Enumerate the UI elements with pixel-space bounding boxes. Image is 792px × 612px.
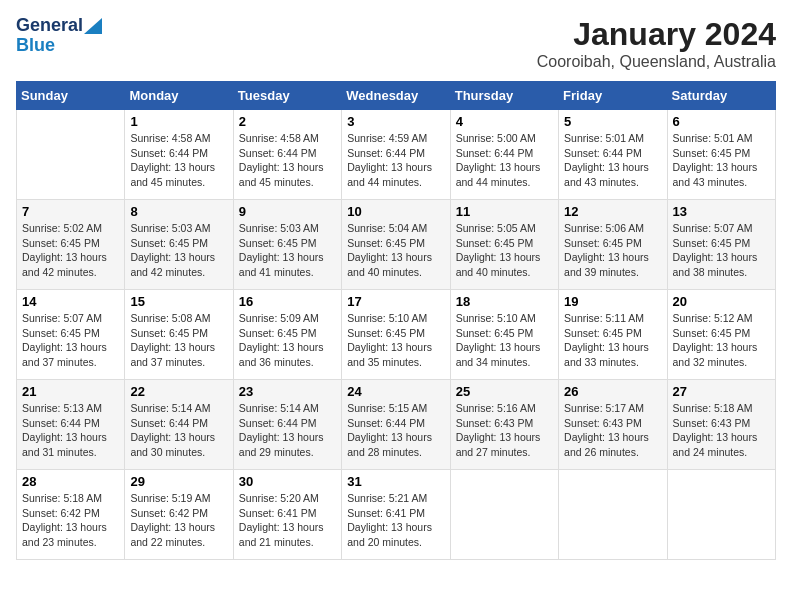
calendar-cell: 21Sunrise: 5:13 AM Sunset: 6:44 PM Dayli… xyxy=(17,380,125,470)
calendar-cell: 19Sunrise: 5:11 AM Sunset: 6:45 PM Dayli… xyxy=(559,290,667,380)
day-number: 15 xyxy=(130,294,227,309)
calendar-cell: 8Sunrise: 5:03 AM Sunset: 6:45 PM Daylig… xyxy=(125,200,233,290)
day-number: 4 xyxy=(456,114,553,129)
col-header-thursday: Thursday xyxy=(450,82,558,110)
day-number: 11 xyxy=(456,204,553,219)
page-title: January 2024 xyxy=(537,16,776,53)
day-info: Sunrise: 5:21 AM Sunset: 6:41 PM Dayligh… xyxy=(347,491,444,550)
day-info: Sunrise: 5:14 AM Sunset: 6:44 PM Dayligh… xyxy=(239,401,336,460)
day-info: Sunrise: 4:58 AM Sunset: 6:44 PM Dayligh… xyxy=(239,131,336,190)
calendar-cell: 7Sunrise: 5:02 AM Sunset: 6:45 PM Daylig… xyxy=(17,200,125,290)
day-info: Sunrise: 5:18 AM Sunset: 6:42 PM Dayligh… xyxy=(22,491,119,550)
day-number: 30 xyxy=(239,474,336,489)
week-row-1: 1Sunrise: 4:58 AM Sunset: 6:44 PM Daylig… xyxy=(17,110,776,200)
day-info: Sunrise: 5:20 AM Sunset: 6:41 PM Dayligh… xyxy=(239,491,336,550)
calendar-table: SundayMondayTuesdayWednesdayThursdayFrid… xyxy=(16,81,776,560)
day-number: 13 xyxy=(673,204,770,219)
day-number: 14 xyxy=(22,294,119,309)
calendar-cell: 4Sunrise: 5:00 AM Sunset: 6:44 PM Daylig… xyxy=(450,110,558,200)
calendar-cell: 22Sunrise: 5:14 AM Sunset: 6:44 PM Dayli… xyxy=(125,380,233,470)
day-info: Sunrise: 5:08 AM Sunset: 6:45 PM Dayligh… xyxy=(130,311,227,370)
calendar-cell: 18Sunrise: 5:10 AM Sunset: 6:45 PM Dayli… xyxy=(450,290,558,380)
day-number: 29 xyxy=(130,474,227,489)
day-number: 22 xyxy=(130,384,227,399)
day-number: 8 xyxy=(130,204,227,219)
calendar-cell: 30Sunrise: 5:20 AM Sunset: 6:41 PM Dayli… xyxy=(233,470,341,560)
day-number: 3 xyxy=(347,114,444,129)
calendar-cell: 24Sunrise: 5:15 AM Sunset: 6:44 PM Dayli… xyxy=(342,380,450,470)
logo-blue: Blue xyxy=(16,36,102,56)
calendar-cell: 27Sunrise: 5:18 AM Sunset: 6:43 PM Dayli… xyxy=(667,380,775,470)
day-info: Sunrise: 5:01 AM Sunset: 6:44 PM Dayligh… xyxy=(564,131,661,190)
week-row-5: 28Sunrise: 5:18 AM Sunset: 6:42 PM Dayli… xyxy=(17,470,776,560)
day-number: 17 xyxy=(347,294,444,309)
day-number: 18 xyxy=(456,294,553,309)
day-number: 16 xyxy=(239,294,336,309)
day-info: Sunrise: 5:10 AM Sunset: 6:45 PM Dayligh… xyxy=(456,311,553,370)
col-header-friday: Friday xyxy=(559,82,667,110)
day-number: 21 xyxy=(22,384,119,399)
calendar-cell: 10Sunrise: 5:04 AM Sunset: 6:45 PM Dayli… xyxy=(342,200,450,290)
calendar-cell: 13Sunrise: 5:07 AM Sunset: 6:45 PM Dayli… xyxy=(667,200,775,290)
day-info: Sunrise: 5:03 AM Sunset: 6:45 PM Dayligh… xyxy=(239,221,336,280)
logo: General Blue xyxy=(16,16,102,56)
calendar-cell: 16Sunrise: 5:09 AM Sunset: 6:45 PM Dayli… xyxy=(233,290,341,380)
day-number: 12 xyxy=(564,204,661,219)
week-row-2: 7Sunrise: 5:02 AM Sunset: 6:45 PM Daylig… xyxy=(17,200,776,290)
day-info: Sunrise: 5:15 AM Sunset: 6:44 PM Dayligh… xyxy=(347,401,444,460)
calendar-cell: 2Sunrise: 4:58 AM Sunset: 6:44 PM Daylig… xyxy=(233,110,341,200)
day-info: Sunrise: 5:18 AM Sunset: 6:43 PM Dayligh… xyxy=(673,401,770,460)
calendar-cell: 29Sunrise: 5:19 AM Sunset: 6:42 PM Dayli… xyxy=(125,470,233,560)
calendar-cell: 5Sunrise: 5:01 AM Sunset: 6:44 PM Daylig… xyxy=(559,110,667,200)
day-info: Sunrise: 5:05 AM Sunset: 6:45 PM Dayligh… xyxy=(456,221,553,280)
day-info: Sunrise: 5:13 AM Sunset: 6:44 PM Dayligh… xyxy=(22,401,119,460)
day-info: Sunrise: 4:58 AM Sunset: 6:44 PM Dayligh… xyxy=(130,131,227,190)
day-info: Sunrise: 5:11 AM Sunset: 6:45 PM Dayligh… xyxy=(564,311,661,370)
title-area: January 2024 Cooroibah, Queensland, Aust… xyxy=(537,16,776,71)
col-header-saturday: Saturday xyxy=(667,82,775,110)
calendar-cell xyxy=(559,470,667,560)
day-info: Sunrise: 5:00 AM Sunset: 6:44 PM Dayligh… xyxy=(456,131,553,190)
calendar-cell: 3Sunrise: 4:59 AM Sunset: 6:44 PM Daylig… xyxy=(342,110,450,200)
day-info: Sunrise: 5:09 AM Sunset: 6:45 PM Dayligh… xyxy=(239,311,336,370)
day-number: 24 xyxy=(347,384,444,399)
day-number: 19 xyxy=(564,294,661,309)
col-header-wednesday: Wednesday xyxy=(342,82,450,110)
week-row-3: 14Sunrise: 5:07 AM Sunset: 6:45 PM Dayli… xyxy=(17,290,776,380)
day-info: Sunrise: 5:14 AM Sunset: 6:44 PM Dayligh… xyxy=(130,401,227,460)
day-info: Sunrise: 5:03 AM Sunset: 6:45 PM Dayligh… xyxy=(130,221,227,280)
calendar-cell: 20Sunrise: 5:12 AM Sunset: 6:45 PM Dayli… xyxy=(667,290,775,380)
day-number: 7 xyxy=(22,204,119,219)
calendar-cell: 9Sunrise: 5:03 AM Sunset: 6:45 PM Daylig… xyxy=(233,200,341,290)
col-header-sunday: Sunday xyxy=(17,82,125,110)
week-row-4: 21Sunrise: 5:13 AM Sunset: 6:44 PM Dayli… xyxy=(17,380,776,470)
calendar-cell xyxy=(17,110,125,200)
calendar-cell xyxy=(450,470,558,560)
day-info: Sunrise: 5:07 AM Sunset: 6:45 PM Dayligh… xyxy=(22,311,119,370)
day-info: Sunrise: 5:19 AM Sunset: 6:42 PM Dayligh… xyxy=(130,491,227,550)
day-number: 1 xyxy=(130,114,227,129)
day-info: Sunrise: 5:16 AM Sunset: 6:43 PM Dayligh… xyxy=(456,401,553,460)
day-number: 27 xyxy=(673,384,770,399)
header: General Blue January 2024 Cooroibah, Que… xyxy=(16,16,776,71)
day-info: Sunrise: 5:12 AM Sunset: 6:45 PM Dayligh… xyxy=(673,311,770,370)
header-row: SundayMondayTuesdayWednesdayThursdayFrid… xyxy=(17,82,776,110)
col-header-monday: Monday xyxy=(125,82,233,110)
calendar-cell: 14Sunrise: 5:07 AM Sunset: 6:45 PM Dayli… xyxy=(17,290,125,380)
day-info: Sunrise: 5:04 AM Sunset: 6:45 PM Dayligh… xyxy=(347,221,444,280)
day-number: 31 xyxy=(347,474,444,489)
day-number: 10 xyxy=(347,204,444,219)
day-info: Sunrise: 5:02 AM Sunset: 6:45 PM Dayligh… xyxy=(22,221,119,280)
col-header-tuesday: Tuesday xyxy=(233,82,341,110)
calendar-cell: 25Sunrise: 5:16 AM Sunset: 6:43 PM Dayli… xyxy=(450,380,558,470)
day-number: 2 xyxy=(239,114,336,129)
day-number: 26 xyxy=(564,384,661,399)
day-number: 9 xyxy=(239,204,336,219)
page-subtitle: Cooroibah, Queensland, Australia xyxy=(537,53,776,71)
calendar-cell: 15Sunrise: 5:08 AM Sunset: 6:45 PM Dayli… xyxy=(125,290,233,380)
calendar-cell: 26Sunrise: 5:17 AM Sunset: 6:43 PM Dayli… xyxy=(559,380,667,470)
calendar-cell: 28Sunrise: 5:18 AM Sunset: 6:42 PM Dayli… xyxy=(17,470,125,560)
calendar-cell: 12Sunrise: 5:06 AM Sunset: 6:45 PM Dayli… xyxy=(559,200,667,290)
calendar-cell: 17Sunrise: 5:10 AM Sunset: 6:45 PM Dayli… xyxy=(342,290,450,380)
calendar-cell xyxy=(667,470,775,560)
